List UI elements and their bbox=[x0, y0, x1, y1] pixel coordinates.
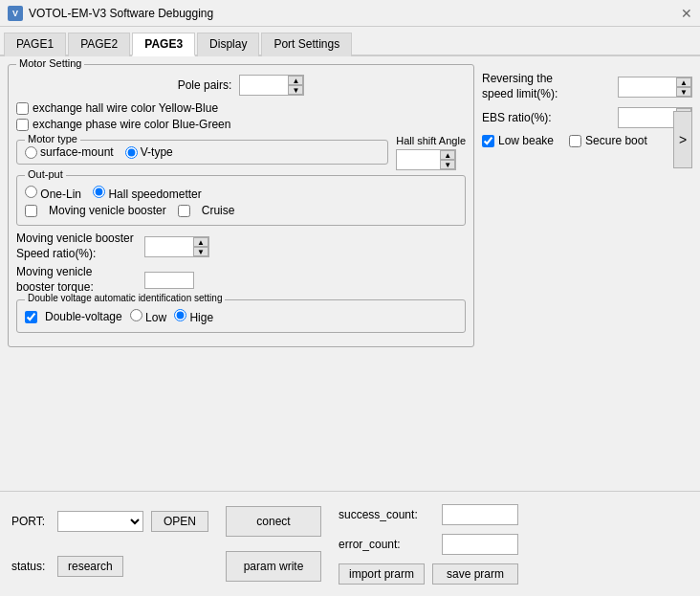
status-label: status: bbox=[11, 560, 50, 573]
close-button[interactable]: ✕ bbox=[681, 6, 692, 21]
pole-pairs-spinbox[interactable]: 4 ▲ ▼ bbox=[239, 75, 304, 96]
app-icon: V bbox=[8, 6, 23, 21]
radio-hige[interactable] bbox=[174, 309, 186, 321]
radio-vtype[interactable] bbox=[125, 146, 138, 159]
tab-page1[interactable]: PAGE1 bbox=[4, 33, 66, 56]
connect-button[interactable]: conect bbox=[226, 506, 321, 537]
radio-onelin[interactable] bbox=[25, 186, 37, 198]
torque-label: Moving veniclebooster torque: bbox=[16, 265, 141, 295]
ebs-label: EBS ratio(%): bbox=[482, 111, 618, 124]
radio-low[interactable] bbox=[130, 309, 142, 321]
exchange-phase-label: exchange phase wire color Blue-Green bbox=[33, 118, 230, 131]
secure-boot-checkbox[interactable] bbox=[569, 135, 581, 147]
radio-surface[interactable] bbox=[25, 146, 37, 159]
save-button[interactable]: save prarm bbox=[432, 563, 518, 585]
reversing-input[interactable]: 30 bbox=[619, 77, 676, 97]
moving-booster-label: Moving venicle booster bbox=[49, 204, 166, 217]
moving-booster-checkbox[interactable] bbox=[25, 205, 37, 217]
research-button[interactable]: research bbox=[57, 556, 123, 577]
radio-hige-label[interactable]: Hige bbox=[174, 309, 213, 324]
hall-shift-spinbox-btns: ▲ ▼ bbox=[440, 150, 455, 169]
param-write-button[interactable]: param write bbox=[226, 551, 321, 582]
import-button[interactable]: import prarm bbox=[339, 563, 425, 585]
reversing-label: Reversing thespeed limit(%): bbox=[482, 72, 618, 101]
radio-onelin-label[interactable]: One-Lin bbox=[25, 186, 81, 201]
hall-shift-down[interactable]: ▼ bbox=[440, 160, 455, 169]
exchange-hall-row: exchange hall wire color Yellow-Blue bbox=[16, 101, 466, 115]
low-breake-checkbox[interactable] bbox=[482, 135, 494, 147]
hall-shift-section: Hall shift Angle -120 ▲ ▼ bbox=[396, 135, 466, 170]
radio-vtype-label[interactable]: V-type bbox=[125, 145, 173, 159]
open-button[interactable]: OPEN bbox=[151, 511, 208, 532]
output-group: Out-put One-Lin Hall speedometter Moving… bbox=[16, 175, 466, 226]
torque-spinbox[interactable]: 1000 bbox=[144, 272, 194, 289]
bottom-middle: conect param write bbox=[216, 499, 331, 588]
success-count-input[interactable]: 0 bbox=[442, 504, 518, 525]
success-count-row: success_count: 0 bbox=[339, 504, 689, 525]
port-select[interactable] bbox=[57, 511, 143, 532]
spinbox-up[interactable]: ▲ bbox=[288, 76, 303, 85]
double-voltage-label-text: Double-voltage bbox=[45, 310, 122, 323]
low-breake-label[interactable]: Low beake bbox=[482, 134, 554, 147]
error-count-input[interactable]: 0 bbox=[442, 534, 518, 555]
hall-shift-input[interactable]: -120 bbox=[397, 152, 440, 167]
pole-pairs-label: Pole pairs: bbox=[178, 78, 232, 92]
speed-ratio-spinbox[interactable]: 10 ▲ ▼ bbox=[144, 236, 209, 257]
motor-type-label: Motor type bbox=[25, 133, 80, 144]
port-label: PORT: bbox=[11, 515, 50, 528]
speed-ratio-row: Moving venicle boosterSpeed ratio(%): 10… bbox=[16, 232, 466, 261]
output-label: Out-put bbox=[25, 168, 66, 180]
speed-ratio-down[interactable]: ▼ bbox=[193, 247, 208, 256]
status-row: status: research bbox=[11, 556, 208, 577]
reversing-up[interactable]: ▲ bbox=[676, 77, 691, 87]
spinbox-down[interactable]: ▼ bbox=[288, 85, 303, 95]
radio-low-label[interactable]: Low bbox=[130, 309, 166, 324]
tab-port-settings[interactable]: Port Settings bbox=[261, 33, 352, 56]
hall-shift-up[interactable]: ▲ bbox=[440, 150, 455, 160]
import-save-row: import prarm save prarm bbox=[339, 563, 689, 585]
radio-hall-speedometer[interactable] bbox=[93, 186, 105, 198]
reversing-btns: ▲ ▼ bbox=[676, 77, 691, 97]
reversing-row: Reversing thespeed limit(%): 30 ▲ ▼ bbox=[482, 72, 692, 101]
title-bar: V VOTOL-EM-V3 Software Debugging ✕ bbox=[0, 0, 700, 27]
ebs-input[interactable]: 30 bbox=[619, 108, 676, 127]
double-voltage-group: Double voltage automatic identification … bbox=[16, 299, 466, 333]
speed-ratio-up[interactable]: ▲ bbox=[193, 237, 208, 247]
reversing-down[interactable]: ▼ bbox=[676, 87, 691, 97]
double-voltage-row: Double-voltage Low Hige bbox=[25, 309, 457, 324]
exchange-phase-row: exchange phase wire color Blue-Green bbox=[16, 118, 466, 131]
speed-ratio-input[interactable]: 10 bbox=[145, 239, 193, 254]
pole-pairs-input[interactable]: 4 bbox=[240, 77, 288, 93]
title-bar-left: V VOTOL-EM-V3 Software Debugging bbox=[8, 6, 213, 21]
cruise-checkbox[interactable] bbox=[178, 205, 190, 217]
tab-page2[interactable]: PAGE2 bbox=[68, 33, 130, 56]
chevron-button[interactable]: > bbox=[673, 111, 692, 168]
bottom-right: success_count: 0 error_count: 0 import p… bbox=[339, 499, 689, 588]
reversing-spinbox[interactable]: 30 ▲ ▼ bbox=[618, 77, 692, 98]
tab-bar: PAGE1 PAGE2 PAGE3 Display Port Settings bbox=[0, 27, 700, 56]
double-voltage-label: Double voltage automatic identification … bbox=[25, 293, 225, 303]
speed-ratio-label: Moving venicle boosterSpeed ratio(%): bbox=[16, 232, 141, 261]
torque-input[interactable]: 1000 bbox=[145, 273, 193, 288]
double-voltage-checkbox[interactable] bbox=[25, 311, 37, 323]
port-row: PORT: OPEN bbox=[11, 511, 208, 532]
radio-surface-label[interactable]: surface-mount bbox=[25, 145, 114, 159]
error-count-label: error_count: bbox=[339, 538, 434, 551]
secure-boot-label[interactable]: Secure boot bbox=[569, 134, 647, 147]
tab-display[interactable]: Display bbox=[197, 33, 259, 56]
motor-type-box: Motor type surface-mount V-type bbox=[16, 140, 388, 165]
exchange-phase-checkbox[interactable] bbox=[16, 119, 29, 131]
exchange-hall-label: exchange hall wire color Yellow-Blue bbox=[33, 101, 218, 115]
tab-page3[interactable]: PAGE3 bbox=[132, 33, 195, 56]
radio-hall-speedometer-label[interactable]: Hall speedometter bbox=[93, 186, 202, 201]
pole-pairs-row: Pole pairs: 4 ▲ ▼ bbox=[16, 75, 466, 96]
exchange-hall-checkbox[interactable] bbox=[16, 102, 29, 115]
hall-shift-spinbox[interactable]: -120 ▲ ▼ bbox=[396, 149, 456, 170]
checkboxes-right: Low beake Secure boot bbox=[482, 134, 692, 147]
success-count-label: success_count: bbox=[339, 508, 434, 521]
top-section: Motor Setting Pole pairs: 4 ▲ ▼ exchange… bbox=[8, 64, 692, 353]
torque-row: Moving veniclebooster torque: 1000 bbox=[16, 265, 466, 295]
hall-shift-label: Hall shift Angle bbox=[396, 135, 466, 146]
moving-booster-row: Moving venicle booster Cruise bbox=[25, 204, 457, 217]
error-count-row: error_count: 0 bbox=[339, 534, 689, 555]
